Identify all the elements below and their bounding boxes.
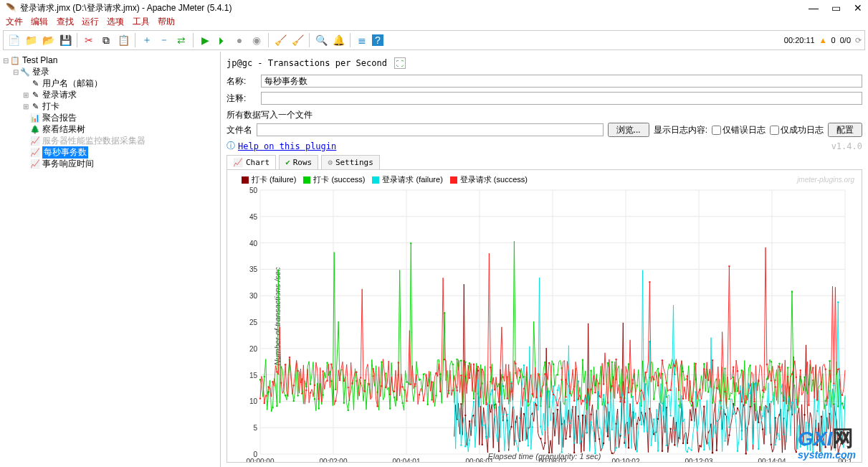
save-icon[interactable]: 💾 [58,33,72,47]
errors-only-checkbox[interactable] [712,126,721,135]
tab-chart[interactable]: 📈Chart [226,155,276,169]
browse-button[interactable]: 浏览... [608,123,649,137]
tree-node-0[interactable]: ⊟📋Test Plan [1,55,219,66]
menu-tools[interactable]: 工具 [133,16,150,27]
svg-point-310 [611,429,613,430]
svg-point-93 [678,437,679,438]
tree-node-2[interactable]: ✎用户名（邮箱） [1,77,219,89]
tree-node-6[interactable]: 🌲察看结果树 [1,123,219,135]
collapse-icon[interactable]: － [157,33,171,47]
svg-point-451 [615,359,616,360]
clear-all-icon[interactable]: 🧹 [290,33,305,47]
menu-help[interactable]: 帮助 [158,16,175,27]
svg-point-432 [535,397,537,398]
tree-node-5[interactable]: 📊聚合报告 [1,112,219,123]
gauge-icon[interactable]: ⟳ [855,36,862,45]
tree-node-3[interactable]: ⊞✎登录请求 [1,89,219,100]
menu-run[interactable]: 运行 [82,16,99,27]
search-icon[interactable]: 🔍 [314,33,328,47]
shutdown-icon[interactable]: ◉ [249,33,264,47]
copy-icon[interactable]: ⧉ [99,33,113,47]
svg-point-348 [771,401,772,402]
reset-search-icon[interactable]: 🔔 [331,33,345,47]
svg-point-43 [469,420,470,422]
cut-icon[interactable]: ✂ [82,33,96,47]
svg-point-361 [825,405,826,406]
svg-point-369 [272,381,273,382]
warning-count: 0 [831,36,836,44]
svg-point-142 [297,395,298,396]
tree-node-4[interactable]: ⊞✎打卡 [1,100,219,112]
stop-icon[interactable]: ● [232,33,247,47]
test-plan-tree[interactable]: ⊟📋Test Plan⊟🔧登录✎用户名（邮箱）⊞✎登录请求⊞✎打卡📊聚合报告🌲察… [0,52,221,467]
tree-node-7[interactable]: 📈服务器性能监控数据采集器 [1,135,219,146]
svg-point-172 [423,374,424,375]
svg-point-332 [703,449,705,451]
svg-point-151 [335,389,336,390]
svg-point-330 [695,391,696,392]
svg-text:00:00:00: 00:00:00 [247,458,275,463]
svg-point-127 [821,416,822,418]
svg-point-497 [808,405,809,406]
configure-button[interactable]: 配置 [828,123,862,137]
start-no-timers-icon[interactable]: ⏵ [215,33,229,47]
svg-point-314 [628,433,629,434]
panel-heading: jp@gc - Transactions per Second [226,58,387,68]
svg-point-440 [569,392,571,394]
svg-point-121 [796,451,797,453]
svg-point-304 [586,432,588,433]
close-button[interactable]: ✕ [854,2,862,14]
svg-point-441 [573,400,575,401]
open-icon[interactable]: 📂 [41,33,55,47]
warning-icon[interactable]: ▲ [819,36,827,44]
success-only-checkbox[interactable] [770,126,779,135]
watermark-brand: GXI网 system.com [798,424,856,461]
svg-point-439 [565,396,566,397]
svg-point-101 [712,452,713,453]
svg-point-268 [825,400,826,402]
menu-options[interactable]: 选项 [107,16,124,27]
svg-point-173 [427,404,429,405]
function-helper-icon[interactable]: ≣ [355,33,369,47]
svg-point-499 [816,399,818,400]
tree-node-9[interactable]: 📈事务响应时间 [1,158,219,169]
svg-point-405 [423,400,424,401]
svg-point-317 [641,424,642,425]
new-icon[interactable]: 📄 [6,33,21,47]
tree-node-8[interactable]: 📈每秒事务数 [1,146,219,158]
svg-point-399 [398,362,399,363]
svg-point-276 [469,439,470,440]
menu-file[interactable]: 文件 [6,16,23,27]
name-input[interactable] [261,75,862,88]
filename-input[interactable] [257,123,604,136]
svg-point-347 [766,407,768,409]
svg-point-253 [762,396,763,397]
minimize-button[interactable]: — [809,2,819,14]
svg-text:00:10:02: 00:10:02 [612,458,640,463]
menu-search[interactable]: 查找 [57,16,74,27]
paste-icon[interactable]: 📋 [116,33,130,47]
menu-edit[interactable]: 编辑 [31,16,48,27]
help-link[interactable]: Help on this plugin [238,141,336,151]
svg-point-382 [326,380,328,382]
svg-point-487 [766,364,768,365]
templates-icon[interactable]: 📁 [24,33,38,47]
help-icon[interactable]: ? [372,34,383,46]
tab-rows[interactable]: ✔Rows [279,155,318,169]
svg-point-442 [578,398,579,400]
svg-point-407 [431,381,432,382]
toggle-icon[interactable]: ⇄ [174,33,189,47]
start-icon[interactable]: ▶ [198,33,212,47]
svg-point-385 [339,379,340,381]
clear-icon[interactable]: 🧹 [273,33,287,47]
maximize-button[interactable]: ▭ [831,2,841,14]
expand-icon[interactable]: ＋ [140,33,154,47]
tab-settings[interactable]: ⚙Settings [321,155,380,169]
fullscreen-icon[interactable]: ⛶ [394,57,406,69]
svg-point-293 [540,425,541,427]
svg-point-395 [381,385,382,387]
comment-input[interactable] [261,92,862,105]
svg-point-282 [494,416,495,418]
tree-node-1[interactable]: ⊟🔧登录 [1,66,219,77]
svg-point-303 [582,435,583,436]
